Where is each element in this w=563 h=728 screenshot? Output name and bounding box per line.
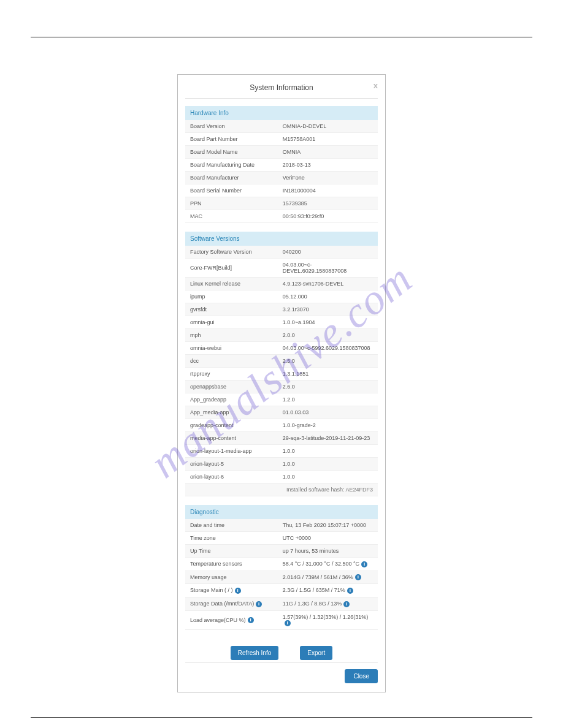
row-value: 2.6.0 [278,381,378,393]
row-value: 1.0.0 [278,445,378,458]
row-label: orion-layout-5 [185,458,278,471]
dialog-title-bar: System Information x [185,81,378,99]
table-row: ipump05.12.000 [185,290,378,303]
table-row: orion-layout-61.0.0 [185,471,378,483]
row-label: Core-FWR[Build] [185,259,278,278]
export-button[interactable]: Export [300,646,332,660]
row-label: Time zone [185,532,278,545]
row-label: Load average(CPU %)i [185,610,278,630]
row-label: media-app-content [185,432,278,445]
row-value: Thu, 13 Feb 2020 15:07:17 +0000 [278,519,378,532]
row-value: IN181000004 [278,184,378,197]
table-row: Factory Software Version040200 [185,246,378,259]
row-value: UTC +0000 [278,532,378,545]
table-row: PPN15739385 [185,197,378,210]
table-row: Board ManufacturerVeriFone [185,172,378,184]
row-value: 15739385 [278,197,378,210]
row-label: dcc [185,355,278,368]
table-row: orion-layout-1-media-app1.0.0 [185,445,378,458]
row-value: OMNIA-D-DEVEL [278,120,378,133]
row-value: 1.0.0~a.1904 [278,316,378,329]
row-value: 040200 [278,246,378,259]
table-row: App_media-app01.0.03.03 [185,406,378,419]
table-row: gvrsfdt3.2.1r3070 [185,303,378,316]
table-row: omnia-webui04.03.00~c-5992.6029.15808370… [185,342,378,355]
table-row: Linux Kernel release4.9.123-svn1706-DEVE… [185,278,378,290]
row-label: Temperature sensors [185,558,278,571]
row-value: 11G / 1.3G / 8.8G / 13%i [278,597,378,610]
row-label: Board Model Name [185,146,278,159]
bottom-rule [31,717,532,718]
row-label: mph [185,329,278,342]
close-icon[interactable]: x [373,81,378,90]
table-row: Up Timeup 7 hours, 53 minutes [185,545,378,558]
info-icon[interactable]: i [285,620,291,626]
info-icon[interactable]: i [355,574,361,580]
row-label: Storage Data (/mnt/DATA)i [185,597,278,610]
table-row: openappsbase2.6.0 [185,381,378,393]
row-label: rtpproxy [185,368,278,381]
table-row: rtpproxy1.3.1.1851 [185,368,378,381]
row-value: 58.4 °C / 31.000 °C / 32.500 °Ci [278,558,378,571]
table-row: Load average(CPU %)i1.57(39%) / 1.32(33%… [185,610,378,630]
info-icon[interactable]: i [235,588,241,594]
table-row: Board Part NumberM15758A001 [185,133,378,146]
row-value: 00:50:93:f0:29:f0 [278,210,378,223]
table-row: Time zoneUTC +0000 [185,532,378,545]
row-label: ipump [185,290,278,303]
diagnostic-table: Date and timeThu, 13 Feb 2020 15:07:17 +… [185,519,378,630]
row-label: gvrsfdt [185,303,278,316]
table-row: Core-FWR[Build]04.03.00~c-DEVEL.6029.158… [185,259,378,278]
software-versions-table: Factory Software Version040200Core-FWR[B… [185,246,378,496]
row-label: openappsbase [185,381,278,393]
row-value: 1.57(39%) / 1.32(33%) / 1.26(31%)i [278,610,378,630]
row-value: 04.03.00~c-5992.6029.1580837008 [278,342,378,355]
close-button[interactable]: Close [345,669,378,683]
info-icon[interactable]: i [347,588,353,594]
table-row: Date and timeThu, 13 Feb 2020 15:07:17 +… [185,519,378,532]
row-value: 2.3G / 1.5G / 635M / 71%i [278,584,378,597]
row-value: OMNIA [278,146,378,159]
row-value: 05.12.000 [278,290,378,303]
row-label: MAC [185,210,278,223]
table-row: gradeapp-content1.0.0-grade-2 [185,419,378,432]
info-icon[interactable]: i [343,601,350,607]
row-value: 2018-03-13 [278,159,378,172]
info-icon[interactable]: i [361,561,367,567]
table-row: Storage Data (/mnt/DATA)i11G / 1.3G / 8.… [185,597,378,610]
row-label: gradeapp-content [185,419,278,432]
row-value: VeriFone [278,172,378,184]
hardware-info-table: Board VersionOMNIA-D-DEVELBoard Part Num… [185,120,378,223]
refresh-info-button[interactable]: Refresh Info [231,646,278,660]
close-button-row: Close [185,669,378,683]
info-icon[interactable]: i [256,601,262,607]
info-icon[interactable]: i [248,617,254,623]
table-row: Memory usage2.014G / 739M / 561M / 36%i [185,571,378,584]
table-row: mph2.0.0 [185,329,378,342]
row-label: Up Time [185,545,278,558]
row-label: Board Manufacturing Date [185,159,278,172]
top-rule [31,37,532,37]
software-versions-header: Software Versions [185,232,378,246]
row-label: Board Part Number [185,133,278,146]
row-value: 2.5.0 [278,355,378,368]
row-value: 04.03.00~c-DEVEL.6029.1580837008 [278,259,378,278]
row-label: Memory usage [185,571,278,584]
row-value: 2.014G / 739M / 561M / 36%i [278,571,378,584]
row-value: 1.3.1.1851 [278,368,378,381]
row-value: 2.0.0 [278,329,378,342]
row-label: orion-layout-1-media-app [185,445,278,458]
table-row: MAC00:50:93:f0:29:f0 [185,210,378,223]
row-label: Board Serial Number [185,184,278,197]
table-row: dcc2.5.0 [185,355,378,368]
table-row: media-app-content29-sqa-3-latitude-2019-… [185,432,378,445]
row-label: omnia-gui [185,316,278,329]
row-label: App_media-app [185,406,278,419]
action-buttons-row: Refresh Info Export [185,639,378,663]
table-row: omnia-gui1.0.0~a.1904 [185,316,378,329]
row-label: Date and time [185,519,278,532]
table-row: Board VersionOMNIA-D-DEVEL [185,120,378,133]
row-value: up 7 hours, 53 minutes [278,545,378,558]
row-value: 01.0.03.03 [278,406,378,419]
table-row: Board Manufacturing Date2018-03-13 [185,159,378,172]
